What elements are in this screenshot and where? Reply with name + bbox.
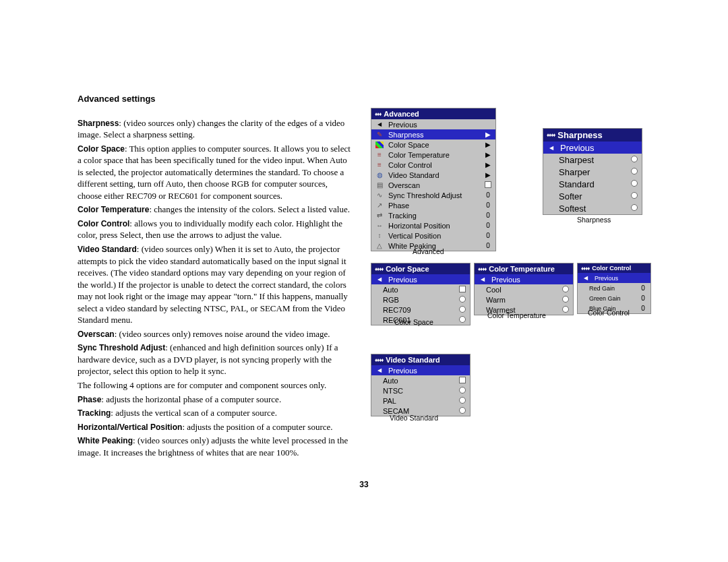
radio-icon[interactable] xyxy=(562,296,569,303)
menu-item[interactable]: Cool xyxy=(475,284,573,294)
menu-item[interactable]: Color Control▶ xyxy=(371,160,495,170)
menu-item[interactable]: Softest xyxy=(543,202,642,214)
menu-item[interactable]: Sharpest xyxy=(543,154,642,166)
ic-scan-icon xyxy=(375,181,384,189)
menu-item-label: Sharper xyxy=(547,167,626,177)
radio-icon[interactable] xyxy=(459,387,466,394)
menu-item-label: Horizontal Position xyxy=(388,222,480,230)
menu-control[interactable] xyxy=(630,192,638,200)
menu-control[interactable] xyxy=(630,204,638,212)
menu-item[interactable]: Sharpness▶ xyxy=(371,129,495,139)
term-text: : (video sources only) removes noise aro… xyxy=(115,329,330,339)
level-icon: ♦♦♦♦ xyxy=(375,357,383,363)
menu-control[interactable]: 0 xyxy=(484,222,492,229)
radio-icon[interactable] xyxy=(562,306,569,313)
menu-previous[interactable]: Previous xyxy=(371,274,470,284)
checkbox-icon[interactable] xyxy=(459,286,466,292)
menu-control[interactable] xyxy=(630,168,638,176)
menu-control[interactable]: 0 xyxy=(484,212,492,219)
menu-item[interactable]: Red Gain0 xyxy=(578,283,650,293)
menu-item[interactable]: PAL xyxy=(371,396,470,406)
radio-icon[interactable] xyxy=(631,180,638,187)
menu-control[interactable] xyxy=(458,306,466,314)
radio-icon[interactable] xyxy=(631,204,638,211)
menu-titlebar: ♦♦♦♦Sharpness xyxy=(543,129,642,142)
menu-color-space: ♦♦♦♦Color SpacePreviousAutoRGBREC709REC6… xyxy=(371,263,471,325)
menu-control[interactable] xyxy=(458,296,466,304)
radio-icon[interactable] xyxy=(459,397,466,404)
menu-item[interactable]: Phase0 xyxy=(371,200,495,210)
radio-icon[interactable] xyxy=(459,316,466,323)
menu-item[interactable]: Standard xyxy=(543,178,642,190)
menu-item[interactable]: Warm xyxy=(475,294,573,305)
menu-previous-label: Previous xyxy=(388,367,466,375)
menu-control[interactable] xyxy=(562,286,570,294)
menu-control[interactable] xyxy=(562,306,570,314)
checkbox-icon[interactable] xyxy=(485,181,491,188)
menu-control[interactable]: ▶ xyxy=(484,151,492,158)
menu-item[interactable]: Tracking0 xyxy=(371,210,495,220)
menu-control[interactable] xyxy=(458,397,466,405)
menu-control[interactable] xyxy=(458,387,466,395)
menu-item[interactable]: Horizontal Position0 xyxy=(371,220,495,230)
menu-item[interactable]: Green Gain0 xyxy=(578,293,650,303)
menu-item-label: Phase xyxy=(388,201,480,210)
menu-control[interactable] xyxy=(458,286,466,294)
term-text: : (video sources only) When it is set to… xyxy=(78,244,348,325)
menu-item[interactable]: Auto xyxy=(371,284,470,294)
menu-item[interactable]: Previous xyxy=(371,119,495,129)
menu-control[interactable]: ▶ xyxy=(484,161,492,168)
radio-icon[interactable] xyxy=(631,156,638,162)
menu-item[interactable]: Color Space▶ xyxy=(371,139,495,150)
menu-previous[interactable]: Previous xyxy=(475,274,573,284)
radio-icon[interactable] xyxy=(459,306,466,313)
paragraph: White Peaking: (video sources only) adju… xyxy=(78,435,354,458)
radio-icon[interactable] xyxy=(631,168,638,175)
menu-previous[interactable]: Previous xyxy=(543,142,642,154)
menu-control[interactable]: 0 xyxy=(484,242,492,249)
menu-control[interactable]: ▶ xyxy=(484,141,492,148)
menu-control[interactable] xyxy=(458,407,466,415)
menu-item[interactable]: Sharper xyxy=(543,166,642,178)
menu-item[interactable]: RGB xyxy=(371,294,470,305)
menu-item[interactable]: Auto xyxy=(371,375,470,385)
menu-item[interactable]: REC709 xyxy=(371,305,470,315)
menu-item[interactable]: Vertical Position0 xyxy=(371,230,495,241)
menu-control[interactable]: 0 xyxy=(639,305,647,312)
radio-icon[interactable] xyxy=(631,192,638,199)
menu-item[interactable]: Sync Threshold Adjust0 xyxy=(371,190,495,200)
menu-control[interactable]: 0 xyxy=(484,191,492,199)
menu-item[interactable]: Color Temperature▶ xyxy=(371,150,495,160)
checkbox-icon[interactable] xyxy=(459,377,466,383)
menu-control[interactable] xyxy=(484,181,492,189)
menu-control[interactable] xyxy=(630,156,638,164)
term-text: : adjusts the position of a computer sou… xyxy=(182,422,332,432)
menu-item-label: Vertical Position xyxy=(388,232,480,240)
paragraph: Horizontal/Vertical Position: adjusts th… xyxy=(78,421,354,433)
caption-sharpness: Sharpness xyxy=(577,216,611,224)
menu-control[interactable]: ▶ xyxy=(484,171,492,179)
level-icon: ♦♦♦ xyxy=(375,111,381,117)
menu-control[interactable]: 0 xyxy=(639,284,647,292)
menu-item[interactable]: Softer xyxy=(543,190,642,202)
menu-control[interactable]: 0 xyxy=(484,201,492,209)
menu-control[interactable] xyxy=(458,316,466,324)
page-number: 33 xyxy=(359,480,368,489)
menu-control[interactable] xyxy=(458,377,466,385)
menu-control[interactable] xyxy=(630,180,638,188)
menu-control[interactable]: 0 xyxy=(484,232,492,239)
triangle-left-icon xyxy=(478,276,487,284)
radio-icon[interactable] xyxy=(459,296,466,303)
menu-previous[interactable]: Previous xyxy=(578,273,650,283)
menu-control[interactable]: 0 xyxy=(639,294,647,302)
menu-previous[interactable]: Previous xyxy=(371,365,470,375)
menu-item[interactable]: Overscan xyxy=(371,180,495,190)
menu-item[interactable]: NTSC xyxy=(371,385,470,396)
menu-control[interactable] xyxy=(562,296,570,304)
menu-item[interactable]: Video Standard▶ xyxy=(371,170,495,180)
ic-bars-icon xyxy=(375,151,384,159)
menu-control[interactable]: ▶ xyxy=(484,131,492,138)
radio-icon[interactable] xyxy=(562,286,569,292)
menu-item-label: Warm xyxy=(478,296,557,304)
radio-icon[interactable] xyxy=(459,407,466,414)
